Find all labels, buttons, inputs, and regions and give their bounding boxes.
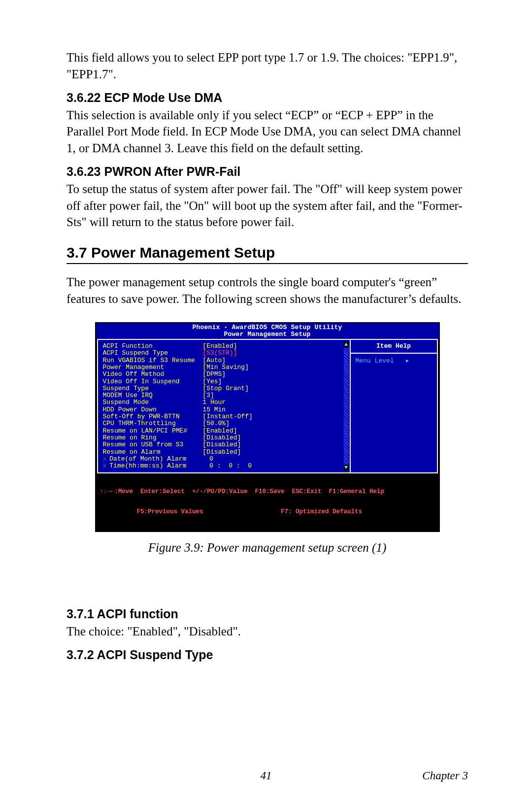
setting-value: [Auto] xyxy=(202,357,226,364)
bios-scrollbar: ▲ ▼ xyxy=(344,342,349,470)
setting-label: ACPI Suspend Type xyxy=(103,349,203,357)
bios-setting-row: xTime(hh:mm:ss) Alarm 0 : 0 : 0 xyxy=(103,463,348,469)
bios-help-menu-level: Menu Level xyxy=(356,357,394,365)
setting-value: [3] xyxy=(202,392,214,399)
chapter-label: Chapter 3 xyxy=(422,769,468,782)
setting-label: Resume on Ring xyxy=(103,434,203,441)
setting-value: [Stop Grant] xyxy=(202,385,249,392)
setting-label: CPU THRM-Throttling xyxy=(103,420,203,427)
bios-settings-panel: ACPI Function [Enabled]ACPI Suspend Type… xyxy=(98,340,350,472)
bios-setting-row: Resume on Alarm [Disabled] xyxy=(103,449,348,456)
epp-paragraph: This field allows you to select EPP port… xyxy=(66,49,468,83)
setting-value: [DPMS] xyxy=(202,370,226,378)
bios-footer-line1: ↑↓→←:Move Enter:Select +/-/PU/PD:Value F… xyxy=(100,489,435,496)
bios-help-panel: Item Help Menu Level ▸ xyxy=(350,340,437,472)
disabled-marker: x xyxy=(103,455,107,463)
setting-value: [Enabled] xyxy=(202,427,237,434)
bios-setting-row: ACPI Function [Enabled] xyxy=(103,343,348,350)
bios-setting-row: Power Management [Min Saving] xyxy=(103,364,348,371)
setting-value: [Disabled] xyxy=(202,448,241,456)
setting-label: MODEM Use IRQ xyxy=(103,392,203,399)
setting-label: Resume on Alarm xyxy=(103,448,203,456)
setting-label: HDD Power Down xyxy=(103,406,203,413)
setting-label: Date(of Month) Alarm xyxy=(109,455,209,463)
heading-acpi-suspend-type: 3.7.2 ACPI Suspend Type xyxy=(66,648,468,662)
figure-caption: Figure 3.9: Power management setup scree… xyxy=(66,541,468,555)
setting-label: ACPI Function xyxy=(103,342,203,350)
bios-footer: ↑↓→←:Move Enter:Select +/-/PU/PD:Value F… xyxy=(96,473,439,531)
setting-value: 0 : 0 : 0 xyxy=(209,462,252,469)
bios-setting-row: Suspend Mode 1 Hour xyxy=(103,399,348,406)
bios-footer-line2: F5:Previous Values F7: Optimized Default… xyxy=(100,509,435,516)
setting-value: 0 xyxy=(209,455,213,463)
setting-value: [Yes] xyxy=(202,378,222,385)
setting-value: [Disabled] xyxy=(202,441,241,448)
heading-power-management: 3.7 Power Management Setup xyxy=(66,244,468,261)
pm-paragraph: The power management setup controls the … xyxy=(66,274,468,307)
bios-help-header: Item Help xyxy=(351,340,437,354)
bios-title-line2: Power Management Setup xyxy=(96,331,439,338)
bios-title-line1: Phoenix - AwardBIOS CMOS Setup Utility xyxy=(96,324,439,331)
setting-value: 1 Hour xyxy=(202,399,226,406)
bios-title: Phoenix - AwardBIOS CMOS Setup Utility P… xyxy=(96,323,439,339)
bios-setting-row: ACPI Suspend Type [S3(STR)] xyxy=(103,350,348,357)
section-divider xyxy=(66,263,468,264)
bios-setting-row: Soft-Off by PWR-BTTN [Instant-Off] xyxy=(103,413,348,420)
setting-label: Video Off Method xyxy=(103,370,203,378)
setting-value: [Enabled] xyxy=(202,342,237,350)
bios-screenshot: Phoenix - AwardBIOS CMOS Setup Utility P… xyxy=(95,322,440,533)
setting-label: Resume on LAN/PCI PME# xyxy=(103,427,203,434)
menu-level-arrow-icon: ▸ xyxy=(398,357,409,365)
setting-label: Suspend Type xyxy=(103,385,203,392)
bios-setting-row: Resume on USB from S3 [Disabled] xyxy=(103,441,348,448)
setting-label: Video Off In Suspend xyxy=(103,378,203,385)
bios-setting-row: Resume on LAN/PCI PME# [Enabled] xyxy=(103,428,348,434)
bios-setting-row: Suspend Type [Stop Grant] xyxy=(103,385,348,392)
heading-acpi-function: 3.7.1 ACPI function xyxy=(66,607,468,621)
setting-value: [50.0%] xyxy=(202,420,230,427)
setting-label: Soft-Off by PWR-BTTN xyxy=(103,413,203,420)
setting-label: Power Management xyxy=(103,364,203,371)
acpi-function-paragraph: The choice: "Enabled", "Disabled". xyxy=(66,623,468,640)
bios-setting-row: xDate(of Month) Alarm 0 xyxy=(103,456,348,463)
bios-setting-row: Video Off In Suspend [Yes] xyxy=(103,378,348,385)
setting-value: [S3(STR)] xyxy=(202,349,237,357)
heading-ecp-mode: 3.6.22 ECP Mode Use DMA xyxy=(66,91,468,105)
setting-label: Time(hh:mm:ss) Alarm xyxy=(109,462,209,469)
ecp-paragraph: This selection is available only if you … xyxy=(66,107,468,157)
bios-setting-row: CPU THRM-Throttling [50.0%] xyxy=(103,420,348,427)
setting-label: Run VGABIOS if S3 Resume xyxy=(103,357,203,364)
bios-setting-row: HDD Power Down 15 Min xyxy=(103,406,348,413)
scroll-up-icon: ▲ xyxy=(344,342,349,347)
setting-label: Resume on USB from S3 xyxy=(103,441,203,448)
page-number: 41 xyxy=(261,769,272,782)
setting-value: [Disabled] xyxy=(202,434,241,441)
bios-setting-row: Run VGABIOS if S3 Resume [Auto] xyxy=(103,357,348,364)
setting-value: [Min Saving] xyxy=(202,364,249,371)
setting-value: 15 Min xyxy=(202,406,226,413)
disabled-marker: x xyxy=(103,462,107,469)
setting-label: Suspend Mode xyxy=(103,399,203,406)
scroll-down-icon: ▼ xyxy=(344,465,349,470)
bios-setting-row: Resume on Ring [Disabled] xyxy=(103,434,348,441)
setting-value: [Instant-Off] xyxy=(202,413,252,420)
heading-pwron: 3.6.23 PWRON After PWR-Fail xyxy=(66,165,468,179)
bios-setting-row: MODEM Use IRQ [3] xyxy=(103,392,348,399)
pwron-paragraph: To setup the status of system after powe… xyxy=(66,181,468,231)
bios-setting-row: Video Off Method [DPMS] xyxy=(103,371,348,378)
